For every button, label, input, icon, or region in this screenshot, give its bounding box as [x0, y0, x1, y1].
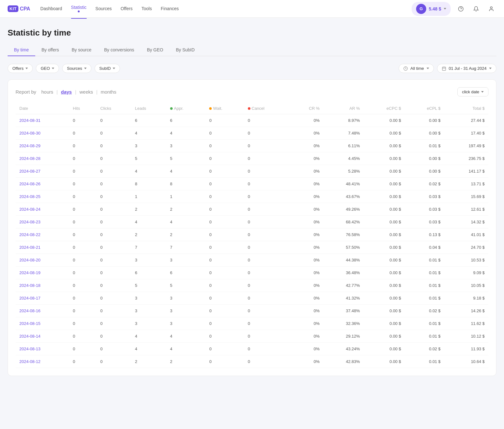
- cell-appr: 4: [166, 330, 206, 343]
- cell-ecpc: 0.00 $: [364, 127, 405, 140]
- cell-wait: 0: [205, 152, 244, 165]
- cell-date[interactable]: 2024-08-31: [16, 114, 69, 127]
- filter-subid[interactable]: SubID: [95, 64, 120, 73]
- nav-finances[interactable]: Finances: [161, 0, 179, 17]
- cell-appr: 4: [166, 343, 206, 355]
- filter-offers[interactable]: Offers: [8, 64, 33, 73]
- user-button[interactable]: [486, 4, 496, 14]
- balance-button[interactable]: G 5.48 $: [412, 2, 451, 16]
- cell-wait: 0: [205, 267, 244, 279]
- cell-cancel: 0: [244, 305, 289, 317]
- cell-cancel: 0: [244, 241, 289, 254]
- col-ecpl: eCPL $: [405, 103, 444, 114]
- cell-clicks: 0: [96, 165, 131, 178]
- col-wait: Wait.: [205, 103, 244, 114]
- table-row: 2024-08-31 0 0 6 6 0 0 0% 8.97% 0.00 $ 0…: [16, 114, 488, 127]
- cell-appr: 2: [166, 355, 206, 368]
- cell-ecpc: 0.00 $: [364, 165, 405, 178]
- cell-total: 236.75 $: [444, 152, 488, 165]
- nav-offers[interactable]: Offers: [121, 0, 133, 17]
- tab-by-offers[interactable]: By offers: [35, 44, 65, 56]
- nav-sources[interactable]: Sources: [96, 0, 112, 17]
- cell-date[interactable]: 2024-08-15: [16, 317, 69, 330]
- cell-appr: 4: [166, 216, 206, 228]
- logo-badge: KIT: [8, 5, 18, 12]
- tab-by-conversions[interactable]: By conversions: [98, 44, 141, 56]
- cell-ecpc: 0.00 $: [364, 292, 405, 305]
- table-row: 2024-08-28 0 0 5 5 0 0 0% 4.45% 0.00 $ 0…: [16, 152, 488, 165]
- cell-ar: 42.77%: [323, 279, 364, 292]
- tab-by-geo[interactable]: By GEO: [141, 44, 169, 56]
- table-row: 2024-08-18 0 0 5 5 0 0 0% 42.77% 0.00 $ …: [16, 279, 488, 292]
- filter-right: All time 01 Jul - 31 Aug 2024: [399, 64, 496, 73]
- cell-date[interactable]: 2024-08-25: [16, 190, 69, 203]
- avatar: G: [416, 4, 426, 14]
- filter-sources[interactable]: Sources: [62, 64, 91, 73]
- cell-date[interactable]: 2024-08-18: [16, 279, 69, 292]
- cell-hits: 0: [69, 343, 96, 355]
- period-weeks[interactable]: weeks: [79, 89, 93, 95]
- cell-date[interactable]: 2024-08-24: [16, 203, 69, 216]
- nav-statistic[interactable]: Statistic: [71, 0, 87, 19]
- cell-leads: 3: [131, 305, 166, 317]
- notifications-button[interactable]: [471, 4, 481, 14]
- cell-ecpc: 0.00 $: [364, 228, 405, 241]
- cell-date[interactable]: 2024-08-14: [16, 330, 69, 343]
- cell-cancel: 0: [244, 279, 289, 292]
- cell-date[interactable]: 2024-08-20: [16, 254, 69, 267]
- period-days[interactable]: days: [61, 89, 72, 95]
- cell-date[interactable]: 2024-08-22: [16, 228, 69, 241]
- period-hours[interactable]: hours: [41, 89, 53, 95]
- cell-ar: 41.32%: [323, 292, 364, 305]
- table-row: 2024-08-12 0 0 2 2 0 0 0% 42.83% 0.00 $ …: [16, 355, 488, 368]
- table-row: 2024-08-13 0 0 4 4 0 0 0% 43.24% 0.00 $ …: [16, 343, 488, 355]
- cell-cr: 0%: [289, 152, 323, 165]
- cell-clicks: 0: [96, 127, 131, 140]
- cell-ecpl: 0.01 $: [405, 267, 444, 279]
- cell-date[interactable]: 2024-08-30: [16, 127, 69, 140]
- cell-hits: 0: [69, 203, 96, 216]
- time-filter-button[interactable]: All time: [399, 64, 434, 73]
- nav-dashboard[interactable]: Dashboard: [40, 0, 62, 17]
- cell-cancel: 0: [244, 178, 289, 190]
- filter-offers-label: Offers: [12, 66, 23, 71]
- cell-date[interactable]: 2024-08-21: [16, 241, 69, 254]
- cell-leads: 5: [131, 279, 166, 292]
- cell-date[interactable]: 2024-08-26: [16, 178, 69, 190]
- cell-leads: 3: [131, 254, 166, 267]
- cell-date[interactable]: 2024-08-16: [16, 305, 69, 317]
- cell-ar: 29.12%: [323, 330, 364, 343]
- wait-dot-icon: [209, 107, 212, 110]
- help-button[interactable]: [456, 4, 466, 14]
- cell-cr: 0%: [289, 241, 323, 254]
- col-ar: AR %: [323, 103, 364, 114]
- cell-total: 24.70 $: [444, 241, 488, 254]
- cell-total: 10.53 $: [444, 254, 488, 267]
- cell-date[interactable]: 2024-08-17: [16, 292, 69, 305]
- tab-by-subid[interactable]: By SubID: [169, 44, 201, 56]
- nav-tools[interactable]: Tools: [142, 0, 152, 17]
- date-range-button[interactable]: 01 Jul - 31 Aug 2024: [437, 64, 496, 73]
- cell-ecpl: 0.00 $: [405, 114, 444, 127]
- click-date-button[interactable]: click date: [457, 87, 488, 96]
- tab-by-time[interactable]: By time: [8, 44, 35, 56]
- logo[interactable]: KIT CPA: [8, 5, 30, 12]
- table-row: 2024-08-14 0 0 4 4 0 0 0% 29.12% 0.00 $ …: [16, 330, 488, 343]
- cell-leads: 2: [131, 203, 166, 216]
- cell-ecpl: 0.01 $: [405, 140, 444, 152]
- cell-date[interactable]: 2024-08-29: [16, 140, 69, 152]
- cell-date[interactable]: 2024-08-12: [16, 355, 69, 368]
- period-months[interactable]: months: [101, 89, 116, 95]
- cell-date[interactable]: 2024-08-28: [16, 152, 69, 165]
- cell-date[interactable]: 2024-08-27: [16, 165, 69, 178]
- data-table: Date Hits Clicks Leads Appr. Wait. Cance…: [16, 103, 488, 368]
- cell-date[interactable]: 2024-08-23: [16, 216, 69, 228]
- cell-hits: 0: [69, 127, 96, 140]
- cell-date[interactable]: 2024-08-13: [16, 343, 69, 355]
- cell-wait: 0: [205, 178, 244, 190]
- tab-by-source[interactable]: By source: [65, 44, 98, 56]
- cell-leads: 4: [131, 165, 166, 178]
- cell-date[interactable]: 2024-08-19: [16, 267, 69, 279]
- col-cr: CR %: [289, 103, 323, 114]
- filter-geo[interactable]: GEO: [36, 64, 59, 73]
